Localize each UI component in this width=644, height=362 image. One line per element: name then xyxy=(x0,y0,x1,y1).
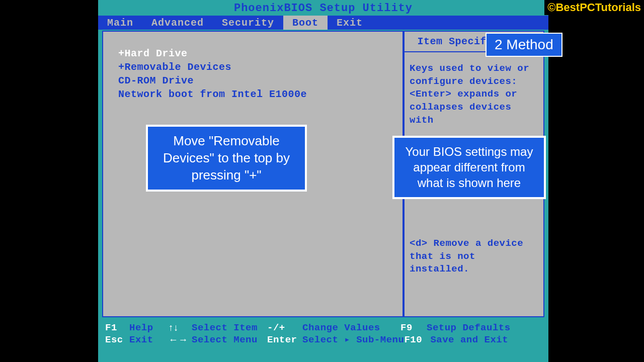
action-select-item: Select Item xyxy=(192,322,267,334)
callout-disclaimer: Your BIOS settings may appear different … xyxy=(392,136,546,199)
key-f1: F1 xyxy=(105,322,129,334)
footer-row-2: Esc Exit ←→ Select Menu Enter Select ▸ S… xyxy=(105,334,541,346)
method-badge: 2 Method xyxy=(486,33,562,57)
callout-move-instruction: Move "Removable Devices" to the top by p… xyxy=(146,125,307,192)
tab-exit[interactable]: Exit xyxy=(328,16,372,30)
boot-item-cdrom[interactable]: CD-ROM Drive xyxy=(118,74,399,87)
tab-advanced[interactable]: Advanced xyxy=(142,16,213,30)
key-f9: F9 xyxy=(400,322,427,334)
tab-boot[interactable]: Boot xyxy=(283,16,328,30)
key-leftright-icon: ←→ xyxy=(169,334,192,346)
key-updown-icon: ↑↓ xyxy=(169,322,192,334)
footer-keymap: F1 Help ↑↓ Select Item -/+ Change Values… xyxy=(102,319,544,349)
action-change-values: Change Values xyxy=(302,322,400,334)
key-f10: F10 xyxy=(404,334,430,346)
boot-item-network[interactable]: Network boot from Intel E1000e xyxy=(118,87,399,101)
boot-order-list: +Hard Drive +Removable Devices CD-ROM Dr… xyxy=(118,47,399,101)
boot-item-hard-drive[interactable]: +Hard Drive xyxy=(118,47,399,60)
action-save-exit: Save and Exit xyxy=(430,334,508,346)
menu-bar: Main Advanced Security Boot Exit xyxy=(98,16,548,30)
tab-main[interactable]: Main xyxy=(98,16,142,30)
action-sub-menu: Select ▸ Sub-Menu xyxy=(302,334,404,346)
action-select-menu: Select Menu xyxy=(192,334,267,346)
boot-item-removable[interactable]: +Removable Devices xyxy=(118,60,399,74)
help-text-bottom: <d> Remove a device that is not installe… xyxy=(410,237,539,276)
key-esc: Esc xyxy=(105,334,129,346)
watermark-badge: ©BestPCTutorials xyxy=(544,0,644,15)
key-enter: Enter xyxy=(267,334,302,346)
footer-row-1: F1 Help ↑↓ Select Item -/+ Change Values… xyxy=(105,322,541,334)
action-exit: Exit xyxy=(129,334,169,346)
action-help: Help xyxy=(129,322,169,334)
help-text-top: Keys used to view or configure devices: … xyxy=(410,62,539,127)
key-minus-plus: -/+ xyxy=(267,322,302,334)
page-title: PhoenixBIOS Setup Utility xyxy=(98,0,548,16)
action-setup-defaults: Setup Defaults xyxy=(427,322,511,334)
tab-security[interactable]: Security xyxy=(213,16,283,30)
